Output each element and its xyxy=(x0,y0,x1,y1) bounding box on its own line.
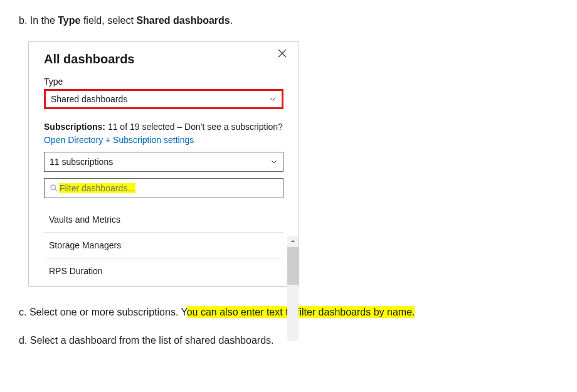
step-c-letter: c. xyxy=(19,307,26,317)
scrollbar-up-button[interactable] xyxy=(287,236,299,247)
scrollbar[interactable] xyxy=(287,236,299,341)
subscriptions-bold: Subscriptions: xyxy=(44,122,105,132)
type-dropdown[interactable]: Shared dashboards xyxy=(44,89,283,109)
step-b-mid: field, select xyxy=(80,15,136,26)
step-b-type-bold: Type xyxy=(58,15,80,26)
step-c-text-plain: Select one or more subscriptions. Y xyxy=(29,307,187,317)
svg-point-0 xyxy=(51,184,56,189)
chevron-down-icon xyxy=(269,95,277,103)
subscriptions-dropdown[interactable]: 11 subscriptions xyxy=(44,152,283,172)
dashboard-list: Vaults and Metrics Storage Managers RPS … xyxy=(44,207,283,286)
step-c-text-highlight: ou can also enter text to filter dashboa… xyxy=(187,306,415,318)
close-icon xyxy=(277,48,287,61)
dashboard-item[interactable]: RPS Duration xyxy=(44,258,283,286)
open-directory-link[interactable]: Open Directory + Subscription settings xyxy=(44,135,194,145)
all-dashboards-dialog: All dashboards Type Shared dashboards Su… xyxy=(28,41,299,287)
search-icon xyxy=(50,184,58,193)
subscriptions-count: 11 of 19 selected xyxy=(105,122,175,132)
dashboard-item[interactable]: Vaults and Metrics xyxy=(44,207,283,233)
step-d-letter: d. xyxy=(19,335,27,346)
dialog-title: All dashboards xyxy=(44,52,134,66)
chevron-down-icon xyxy=(270,158,278,166)
filter-dashboards-input[interactable]: Filter dashboards... xyxy=(44,178,283,198)
type-field-label: Type xyxy=(44,77,283,87)
scrollbar-thumb[interactable] xyxy=(287,247,299,285)
subscriptions-dropdown-value: 11 subscriptions xyxy=(50,157,113,167)
step-d-text: Select a dashboard from the list of shar… xyxy=(30,335,274,346)
step-b-letter: b. xyxy=(19,15,27,26)
step-b-post: . xyxy=(230,15,233,26)
dialog-header: All dashboards xyxy=(29,42,299,72)
step-b-shared-bold: Shared dashboards xyxy=(136,15,230,26)
subscriptions-text: Subscriptions: 11 of 19 selected – Don't… xyxy=(44,120,283,147)
dashboard-item[interactable]: Storage Managers xyxy=(44,233,283,258)
subscriptions-mid: – Don't see a subscription? xyxy=(175,122,283,132)
dialog-screenshot: All dashboards Type Shared dashboards Su… xyxy=(28,41,558,287)
dialog-body: Type Shared dashboards Subscriptions: 11… xyxy=(29,72,299,286)
close-button[interactable] xyxy=(276,47,288,61)
step-b-pre: In the xyxy=(30,15,58,26)
type-dropdown-value: Shared dashboards xyxy=(51,94,127,104)
filter-placeholder: Filter dashboards... xyxy=(59,183,135,193)
step-b-instruction: b. In the Type field, select Shared dash… xyxy=(19,13,558,29)
